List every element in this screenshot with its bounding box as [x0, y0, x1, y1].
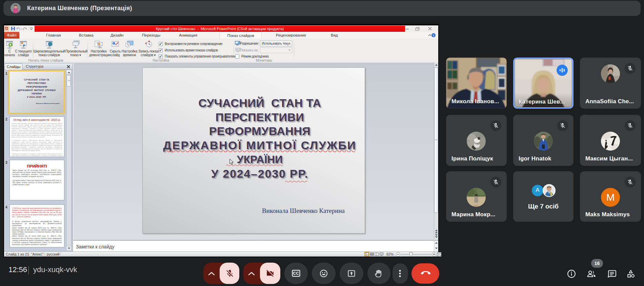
svg-text:?: ? — [432, 34, 435, 37]
svg-text:P: P — [5, 27, 7, 30]
